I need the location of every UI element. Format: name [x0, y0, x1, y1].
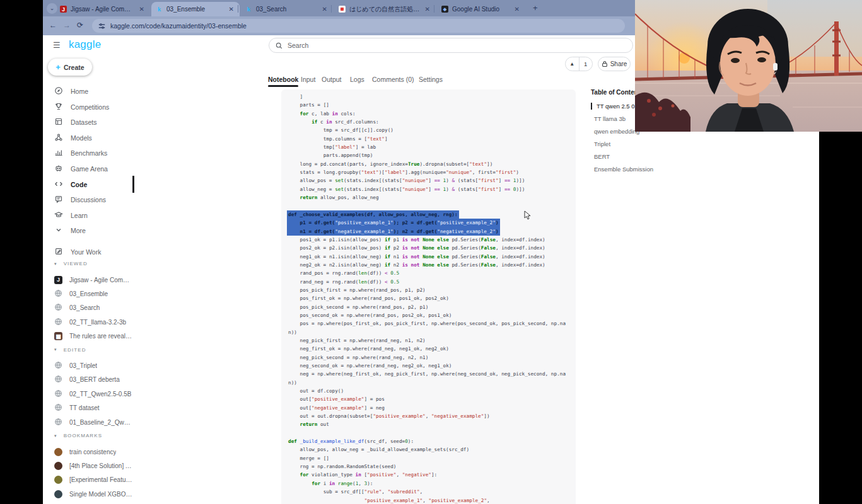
- kaggle-sidebar: ☰ kaggle + Create HomeCompetitionsDatase…: [43, 35, 134, 504]
- sidebar-item-datasets[interactable]: Datasets: [43, 115, 134, 130]
- sidebar-item-benchmarks[interactable]: Benchmarks: [43, 146, 134, 161]
- sidebar-list-item[interactable]: 03_BERT deberta: [43, 373, 134, 387]
- code-line: merge = []: [287, 454, 576, 462]
- sidebar-list-item[interactable]: [Experimental Feature...: [43, 473, 134, 487]
- notebook-tab-output[interactable]: Output: [322, 76, 342, 83]
- section-header-edited[interactable]: ▾EDITED: [54, 347, 86, 353]
- section-header-viewed[interactable]: ▾VIEWED: [54, 261, 88, 266]
- code-line: long = pd.concat(parts, ignore_index=Tru…: [287, 160, 576, 168]
- code-line: out = out.dropna(subset=["positive_examp…: [287, 412, 576, 420]
- share-button[interactable]: Share: [598, 57, 631, 71]
- reload-button[interactable]: ⟳: [77, 21, 83, 30]
- toc-item[interactable]: BERT: [594, 153, 610, 160]
- grid-icon: [54, 117, 63, 127]
- tab-close-icon[interactable]: ✕: [513, 6, 521, 13]
- tab-close-icon[interactable]: ✕: [228, 6, 235, 13]
- notebook-tab-input[interactable]: Input: [301, 76, 315, 83]
- trophy-icon: [54, 102, 63, 112]
- upvote-pill[interactable]: ▲ 1: [565, 57, 593, 71]
- code-line: allow_pos, allow_neg = _build_allowed_ex…: [287, 445, 576, 454]
- nav-label: Home: [71, 88, 88, 95]
- sidebar-list-item[interactable]: TT dataset: [43, 401, 134, 415]
- tab-separator: [434, 5, 434, 13]
- plus-icon: +: [55, 62, 61, 72]
- toc-item[interactable]: TT llama 3b: [594, 115, 626, 122]
- toc-item[interactable]: Ensemble Submission: [594, 166, 653, 173]
- browser-tab[interactable]: はじめての自然言語処理 Senten✕: [334, 2, 436, 16]
- search-input[interactable]: Search: [269, 38, 633, 53]
- chat-icon: [54, 195, 63, 205]
- sidebar-item-code[interactable]: Code: [43, 177, 134, 192]
- menu-icon[interactable]: ☰: [53, 40, 61, 50]
- code-line: return allow_pos, allow_neg: [287, 193, 576, 202]
- sidebar-item-discussions[interactable]: Discussions: [43, 192, 134, 207]
- back-button[interactable]: ←: [49, 21, 57, 30]
- notebook-tab-logs[interactable]: Logs: [350, 76, 364, 83]
- sidebar-list-item[interactable]: ▦The rules are revealed: [43, 329, 134, 343]
- nav-label: Benchmarks: [71, 149, 107, 157]
- code-line: neg1_ok = n1.isin(allow_neg) if n1 is no…: [287, 253, 576, 261]
- sidebar-list-item[interactable]: [4th Place Solution] A ...: [43, 459, 134, 472]
- toc-item[interactable]: qwen embedding: [594, 128, 639, 135]
- tab-title: はじめての自然言語処理 Senten: [349, 5, 420, 14]
- item-label: 01_Baseline_2_Qwen2....: [69, 419, 132, 426]
- new-tab-button[interactable]: +: [533, 3, 538, 13]
- lock-icon: [602, 60, 608, 67]
- sidebar-item-more[interactable]: More: [43, 223, 134, 238]
- sidebar-list-item[interactable]: 02_TT_Qwen2.5-0.5B: [43, 387, 134, 401]
- upvote-arrow-icon[interactable]: ▲: [566, 61, 579, 67]
- sidebar-list-item[interactable]: 02_TT_llama-3.2-3b: [43, 315, 134, 329]
- sidebar-list-item[interactable]: 03_Triplet: [43, 359, 134, 373]
- globe-icon: [54, 289, 62, 299]
- code-line: tmp["label"] = lab: [287, 143, 576, 151]
- tab-close-icon[interactable]: ✕: [138, 6, 146, 13]
- bench-icon: [54, 148, 63, 158]
- code-line: pos = np.where(pos_first_ok, pos_pick_fi…: [287, 319, 576, 328]
- code-line: allow_pos = set(stats.index[(stats["nuni…: [287, 176, 576, 185]
- notebook-tab-settings[interactable]: Settings: [419, 76, 443, 83]
- sidebar-item-models[interactable]: Models: [43, 130, 134, 146]
- code-line: out["positive_example"] = pos: [287, 395, 576, 403]
- item-label: Jigsaw - Agile Commu...: [69, 277, 132, 284]
- globe-icon: [54, 389, 62, 399]
- section-header-bookmarks[interactable]: ▾BOOKMARKS: [54, 433, 102, 438]
- sidebar-list-item[interactable]: 03_Ensemble: [43, 287, 134, 301]
- notebook-tab-comments-0-[interactable]: Comments (0): [372, 76, 414, 83]
- sidebar-list-item[interactable]: 03_Search: [43, 301, 134, 315]
- code-line: ]: [287, 93, 576, 101]
- tab-separator: [238, 5, 238, 13]
- browser-tab[interactable]: JJigsaw - Agile Community Rule✕: [55, 2, 150, 16]
- sidebar-list-item[interactable]: 01_Baseline_2_Qwen2....: [43, 415, 134, 429]
- browser-tab[interactable]: k03_Ensemble✕: [151, 2, 240, 16]
- forward-button[interactable]: →: [63, 21, 71, 30]
- sidebar-list-item[interactable]: JJigsaw - Agile Commu...: [43, 273, 134, 287]
- search-placeholder: Search: [288, 42, 308, 49]
- toc-item[interactable]: TT qwen 2.5 0.5: [591, 103, 639, 110]
- nav-label: Discussions: [71, 196, 106, 203]
- kaggle-logo[interactable]: kaggle: [69, 38, 101, 51]
- url-bar[interactable]: kaggle.com/code/kazumaidentity/03-ensemb…: [92, 19, 625, 33]
- sidebar-item-competitions[interactable]: Competitions: [43, 100, 134, 115]
- sidebar-item-game-arena[interactable]: Game Arena: [43, 161, 134, 176]
- tab-close-icon[interactable]: ✕: [321, 6, 329, 13]
- notebook-code-cell[interactable]: ] parts = [] for c, lab in cols: if c in…: [281, 89, 576, 504]
- active-indicator: [132, 176, 134, 193]
- toc-item[interactable]: Triplet: [594, 140, 610, 147]
- globe-icon: [54, 361, 62, 370]
- sidebar-list-item[interactable]: train consistency: [43, 445, 134, 459]
- browser-tab[interactable]: k03_Search✕: [241, 2, 333, 16]
- site-settings-icon: [98, 23, 105, 30]
- tab-close-icon[interactable]: ✕: [424, 6, 431, 13]
- code-line: neg_first_ok = np.where(rand_neg, neg1_o…: [287, 345, 576, 353]
- browser-tab[interactable]: ◆Google AI Studio✕: [437, 2, 525, 16]
- create-label: Create: [64, 64, 84, 71]
- create-button[interactable]: + Create: [48, 59, 92, 76]
- sidebar-item-your-work[interactable]: Your Work: [43, 244, 134, 260]
- chevd-icon: [54, 226, 63, 236]
- sidebar-item-home[interactable]: Home: [43, 84, 134, 99]
- code-line: def _build_example_like_df(src_df, seed=…: [287, 437, 576, 445]
- notebook-tab-notebook[interactable]: Notebook: [268, 76, 298, 83]
- globe-icon: [54, 418, 62, 427]
- sidebar-item-learn[interactable]: Learn: [43, 208, 134, 223]
- sidebar-list-item[interactable]: Single Model XGBOOS...: [43, 487, 134, 501]
